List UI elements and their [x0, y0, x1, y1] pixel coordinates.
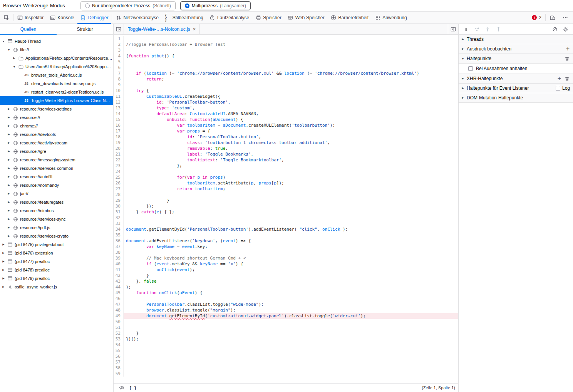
line-number[interactable]: 34	[114, 226, 124, 232]
code-line-content[interactable]	[124, 47, 458, 53]
event-listener-breakpoints-log-checkbox[interactable]: Log	[556, 85, 570, 91]
code-line-content[interactable]: if (event.metaKey && keyName == '<') {	[124, 261, 458, 267]
expand-panes-button[interactable]	[448, 24, 458, 34]
source-tree-item[interactable]: ▶resource://nimbus	[0, 206, 113, 215]
code-line-content[interactable]: id: 'PersonalToolbar-button',	[124, 134, 458, 140]
source-tree-item[interactable]: ▶resource://pdf.js	[0, 223, 113, 232]
code-line-content[interactable]	[124, 215, 458, 221]
line-number[interactable]: 31	[114, 209, 124, 215]
code-line-content[interactable]: CustomizableUI.createWidget({	[124, 94, 458, 99]
line-number[interactable]: 36	[114, 238, 124, 244]
code-line-content[interactable]: onClick(event);	[124, 267, 458, 273]
section-watch-expressions[interactable]: ▶Ausdruck beobachten+	[459, 44, 573, 54]
code-line-content[interactable]	[124, 348, 458, 353]
code-line-content[interactable]: });	[124, 203, 458, 209]
line-number[interactable]: 57	[114, 359, 124, 365]
xhr-breakpoints-remove-button[interactable]	[564, 76, 570, 81]
tab-struktur[interactable]: Struktur	[57, 24, 113, 34]
toolbox-tab-console[interactable]: Konsole	[47, 12, 77, 23]
line-number[interactable]: 33	[114, 221, 124, 226]
line-number[interactable]: 1	[114, 36, 124, 42]
source-tree-item[interactable]: ▶Applications/Firefox.app/Contents/Resou…	[0, 54, 113, 62]
line-number[interactable]: 55	[114, 348, 124, 353]
ignore-source-button[interactable]	[117, 385, 126, 391]
line-number[interactable]: 11	[114, 94, 124, 99]
code-line-content[interactable]: }	[124, 330, 458, 336]
line-number[interactable]: 41	[114, 267, 124, 273]
line-number[interactable]: 23	[114, 163, 124, 169]
debugger-settings-button[interactable]	[560, 25, 571, 34]
code-line-content[interactable]	[124, 365, 458, 371]
line-number[interactable]: 35	[114, 232, 124, 238]
line-number[interactable]: 9	[114, 82, 124, 88]
code-line-content[interactable]: document.addEventListener('keydown', (ev…	[124, 238, 458, 244]
source-tree-item[interactable]: ▶resource://	[0, 113, 113, 122]
code-line-content[interactable]: // Mac keyboard shortcut German Cmd + <	[124, 255, 458, 261]
toolbox-tab-debugger[interactable]: Debugger	[77, 12, 112, 23]
line-number[interactable]: 43	[114, 278, 124, 284]
code-line-content[interactable]	[124, 342, 458, 348]
line-number[interactable]: 52	[114, 330, 124, 336]
source-tree-item[interactable]: ▶(pid 8476) extension	[0, 249, 113, 257]
code-line-content[interactable]: tooltiptext: 'Toggle Bookmarktoolbar',	[124, 157, 458, 163]
code-line-content[interactable]: try {	[124, 88, 458, 94]
toolbox-tab-performance[interactable]: Laufzeitanalyse	[206, 12, 252, 23]
line-number[interactable]: 47	[114, 302, 124, 307]
source-tree-item[interactable]: ▶(pid 8478) prealloc	[0, 266, 113, 274]
source-tree-item[interactable]: JSbrowser_tools_Aborix.uc.js	[0, 71, 113, 79]
source-tree-item[interactable]: ▶resource://devtools	[0, 130, 113, 139]
source-tree-item[interactable]: ▶resource://services-settings	[0, 105, 113, 113]
line-number[interactable]: 3	[114, 47, 124, 53]
code-line-content[interactable]: label: 'Toggle Bookmarks',	[124, 151, 458, 157]
step-over-button[interactable]	[471, 25, 482, 34]
line-number[interactable]: 58	[114, 365, 124, 371]
line-number[interactable]: 59	[114, 371, 124, 377]
line-number[interactable]: 37	[114, 244, 124, 250]
radio-unchecked-icon[interactable]	[85, 3, 90, 8]
code-line-content[interactable]: }	[124, 273, 458, 278]
code-line-content[interactable]: }, false	[124, 278, 458, 284]
code-line-content[interactable]	[124, 232, 458, 238]
tab-quellen[interactable]: Quellen	[0, 24, 57, 34]
xhr-breakpoints-add-button[interactable]: +	[557, 75, 561, 82]
toolbox-tab-styleeditor[interactable]: { }Stilbearbeitung	[162, 12, 206, 23]
source-tree-item[interactable]: ▶resource://services-crypto	[0, 232, 113, 240]
code-line-content[interactable]: var keyName = event.key;	[124, 244, 458, 250]
code-line-content[interactable]: //Toggle PersonalToolbar + Browser Test	[124, 42, 458, 47]
section-xhr-breakpoints[interactable]: ▶XHR-Haltepunkte+	[459, 74, 573, 84]
source-tree-item[interactable]: ▼Haupt-Thread	[0, 37, 113, 45]
code-line-content[interactable]: var props = {	[124, 128, 458, 134]
line-number[interactable]: 46	[114, 296, 124, 302]
line-number[interactable]: 5	[114, 59, 124, 65]
error-count-button[interactable]: ! 2	[528, 15, 545, 20]
line-number[interactable]: 10	[114, 88, 124, 94]
step-out-button[interactable]	[493, 25, 504, 34]
source-tree-item[interactable]: ▶resource://gre	[0, 147, 113, 156]
source-tree-item[interactable]: ▶(pid 8477) prealloc	[0, 257, 113, 266]
source-tree-item[interactable]: ▶resource://normandy	[0, 181, 113, 189]
line-number[interactable]: 6	[114, 65, 124, 70]
code-line-content[interactable]: })();	[124, 336, 458, 342]
mode-option-parent-process[interactable]: Nur übergeordneter Prozess (Schnell)	[80, 1, 176, 10]
code-line-content[interactable]	[124, 353, 458, 359]
line-number[interactable]: 26	[114, 180, 124, 186]
code-editor[interactable]: 12//Toggle PersonalToolbar + Browser Tes…	[114, 35, 458, 383]
code-line-content[interactable]	[124, 65, 458, 70]
source-tree-item[interactable]: ▶(pid 8475) privilegedabout	[0, 240, 113, 249]
source-tree-item[interactable]: ▶resource://activity-stream	[0, 139, 113, 147]
code-line-content[interactable]: document.getElementById('PersonalToolbar…	[124, 226, 458, 232]
line-number[interactable]: 14	[114, 111, 124, 117]
disable-breakpoints-button[interactable]	[550, 25, 560, 34]
line-number[interactable]: 40	[114, 261, 124, 267]
line-number[interactable]: 22	[114, 157, 124, 163]
pause-on-exceptions-checkbox[interactable]	[468, 66, 473, 71]
toolbox-tab-inspector[interactable]: Inspektor	[14, 12, 47, 23]
code-line-content[interactable]: class: 'toolbarbutton-1 chromeclass-tool…	[124, 140, 458, 146]
line-number[interactable]: 27	[114, 186, 124, 192]
line-number[interactable]: 20	[114, 146, 124, 151]
line-number[interactable]: 28	[114, 192, 124, 198]
toolbox-tab-accessibility[interactable]: Barrierefreiheit	[327, 12, 372, 23]
line-number[interactable]: 54	[114, 342, 124, 348]
prettify-source-button[interactable]: { }	[127, 385, 139, 390]
code-line-content[interactable]: PersonalToolbar.classList.toggle("wide-m…	[124, 302, 458, 307]
